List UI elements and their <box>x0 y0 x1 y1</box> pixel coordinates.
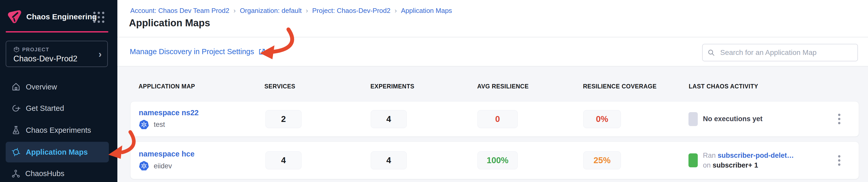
experiments-count: 4 <box>371 151 407 170</box>
search-icon <box>707 49 715 57</box>
project-selector[interactable]: PROJECT Chaos-Dev-Prod2 › <box>6 41 108 67</box>
application-map-cell: namespace hce eiidev <box>139 150 194 171</box>
breadcrumb-account[interactable]: Account: Chaos Dev Team Prod2 <box>130 7 229 15</box>
project-label: PROJECT <box>22 47 49 53</box>
project-name: Chaos-Dev-Prod2 <box>13 54 78 63</box>
application-maps-table: APPLICATION MAP SERVICES EXPERIMENTS AVG… <box>117 66 868 182</box>
page-title: Application Maps <box>129 18 210 29</box>
application-map-cell: namespace ns22 test <box>139 108 198 130</box>
breadcrumb-project[interactable]: Project: Chaos-Dev-Prod2 <box>312 7 390 15</box>
column-header-resilience-coverage: RESILIENCE COVERAGE <box>583 83 657 90</box>
column-header-avg-resilience: AVG RESILIENCE <box>477 83 529 90</box>
network-hub-icon <box>11 169 20 178</box>
experiments-count: 4 <box>371 110 407 128</box>
brand-title: Chaos Engineering <box>26 12 97 21</box>
brand-header: Chaos Engineering <box>0 0 117 31</box>
harness-chaos-logo-icon <box>7 9 22 24</box>
activity-target: subscriber+ 1 <box>713 161 758 169</box>
activity-status-swatch <box>688 112 698 126</box>
last-chaos-activity-cell: No executions yet <box>688 112 763 126</box>
breadcrumb-organization[interactable]: Organization: default <box>240 7 302 15</box>
environment-label: test <box>154 121 165 129</box>
sidebar-item-get-started[interactable]: Get Started <box>6 98 109 119</box>
sidebar-item-application-maps[interactable]: Application Maps <box>6 142 109 162</box>
resilience-coverage-value: 25% <box>583 151 621 170</box>
activity-status-text: No executions yet <box>703 115 763 123</box>
breadcrumb-current[interactable]: Application Maps <box>401 7 452 15</box>
module-grid-icon[interactable] <box>92 11 105 24</box>
home-icon <box>11 82 21 92</box>
breadcrumb: Account: Chaos Dev Team Prod2 › Organiza… <box>130 7 452 15</box>
environment-label: eiidev <box>154 162 172 170</box>
sidebar-item-overview[interactable]: Overview <box>6 77 109 97</box>
manage-discovery-link[interactable]: Manage Discovery in Project Settings <box>130 48 266 56</box>
column-header-last-chaos-activity: LAST CHAOS ACTIVITY <box>689 83 758 90</box>
kubernetes-icon <box>139 119 149 130</box>
cube-icon <box>13 47 20 53</box>
search-input[interactable] <box>720 48 853 57</box>
activity-on-label: on <box>703 161 711 169</box>
breadcrumb-separator-icon: › <box>395 7 397 15</box>
brand-accent-divider <box>6 31 108 32</box>
table-row: namespace hce eiidev 4 <box>130 142 859 179</box>
search-box <box>702 44 858 61</box>
breadcrumb-separator-icon: › <box>234 7 236 15</box>
column-header-services: SERVICES <box>265 83 296 90</box>
application-map-link[interactable]: namespace ns22 <box>139 108 198 117</box>
sidebar-item-chaoshubs[interactable]: ChaosHubs <box>6 163 109 182</box>
target-icon <box>11 148 21 157</box>
services-count: 2 <box>266 110 302 128</box>
activity-status-swatch <box>688 153 698 167</box>
application-maps-page: Chaos Engineering PROJECT Chaos-Dev-Prod… <box>0 0 868 182</box>
column-header-application-map: APPLICATION MAP <box>138 83 195 90</box>
header-divider <box>117 37 868 37</box>
external-link-icon <box>258 48 266 56</box>
table-row: namespace ns22 test 2 <box>130 101 859 136</box>
sidebar-item-chaos-experiments[interactable]: Chaos Experiments <box>6 120 109 141</box>
activity-experiment-link[interactable]: subscriber-pod-delet… <box>718 152 794 159</box>
table-header-row: APPLICATION MAP SERVICES EXPERIMENTS AVG… <box>117 83 868 91</box>
kubernetes-icon <box>139 161 149 171</box>
application-map-link[interactable]: namespace hce <box>139 150 194 158</box>
get-started-icon <box>11 103 21 113</box>
last-chaos-activity-cell: Ran subscriber-pod-delet… on subscriber+… <box>688 151 794 170</box>
flask-icon <box>11 125 21 135</box>
avg-resilience-value: 0 <box>477 110 518 128</box>
activity-ran-label: Ran <box>703 152 716 159</box>
row-menu-button[interactable] <box>834 111 844 127</box>
avg-resilience-value: 100% <box>477 151 518 170</box>
resilience-coverage-value: 0% <box>583 110 621 128</box>
column-header-experiments: EXPERIMENTS <box>370 83 414 90</box>
row-menu-button[interactable] <box>834 153 844 168</box>
breadcrumb-separator-icon: › <box>306 7 308 15</box>
sidebar: Chaos Engineering PROJECT Chaos-Dev-Prod… <box>0 0 117 182</box>
services-count: 4 <box>266 151 302 170</box>
chevron-right-icon: › <box>98 49 102 60</box>
